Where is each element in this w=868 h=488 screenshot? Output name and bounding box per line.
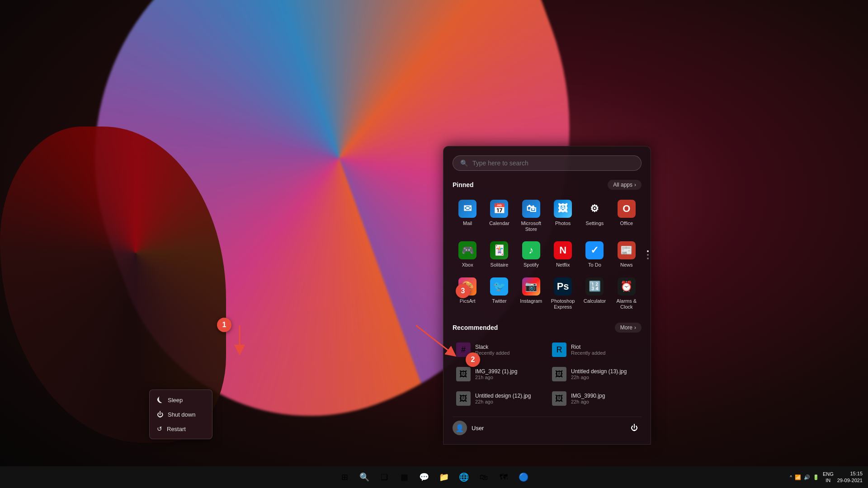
app-item-mail[interactable]: ✉ Mail <box>453 196 482 236</box>
user-info[interactable]: 👤 User <box>453 421 484 435</box>
app-icon-instagram: 📷 <box>522 277 540 296</box>
app-label-instagram: Instagram <box>520 298 542 304</box>
chevron-right-icon-2: › <box>634 324 636 331</box>
power-icon-sleep: ⏾ <box>157 396 163 404</box>
app-label-spotify: Spotify <box>524 262 539 268</box>
rec-text-img1: IMG_3992 (1).jpg 21h ago <box>475 368 517 380</box>
taskbar-icon-start[interactable]: ⊞ <box>335 468 354 486</box>
app-label-solitaire: Solitaire <box>491 262 509 268</box>
rec-icon-img1: 🖼 <box>456 367 471 381</box>
app-item-photoshop[interactable]: Ps Photoshop Express <box>548 274 578 314</box>
app-item-store[interactable]: 🛍 Microsoft Store <box>516 196 546 236</box>
taskbar-icon-task-view[interactable]: ❑ <box>375 468 393 486</box>
rec-text-img3990: IMG_3990.jpg 22h ago <box>571 393 605 404</box>
taskbar-language: ENGIN <box>823 471 834 484</box>
app-icon-calculator: 🔢 <box>585 277 604 296</box>
taskbar-icon-maps[interactable]: 🗺 <box>495 468 513 486</box>
app-label-photoshop: Photoshop Express <box>550 298 576 310</box>
app-label-settings: Settings <box>586 221 604 226</box>
pinned-header: Pinned All apps › <box>453 180 642 190</box>
recommended-title: Recommended <box>453 324 498 331</box>
app-item-settings[interactable]: ⚙ Settings <box>580 196 609 236</box>
power-menu-item-restart[interactable]: ↺ Restart <box>150 422 212 436</box>
app-icon-office: O <box>618 200 636 218</box>
taskbar-icon-store2[interactable]: 🛍 <box>475 468 493 486</box>
power-button[interactable]: ⏻ <box>627 421 642 435</box>
tray-chevron-icon[interactable]: ^ <box>790 475 792 480</box>
app-item-solitaire[interactable]: 🃏 Solitaire <box>484 238 514 272</box>
rec-icon-untitled13: 🖼 <box>552 367 566 381</box>
taskbar-tray: ^ 📶 🔊 🔋 <box>790 474 819 480</box>
app-item-instagram[interactable]: 📷 Instagram <box>516 274 546 314</box>
power-menu-item-shutdown[interactable]: ⏻ Shut down <box>150 407 212 422</box>
taskbar-icon-search[interactable]: 🔍 <box>355 468 373 486</box>
recommended-grid: # Slack Recently added R Riot Recently a… <box>453 339 642 409</box>
tray-battery-icon: 🔋 <box>813 474 819 480</box>
app-item-netflix[interactable]: N Netflix <box>548 238 578 272</box>
rec-name-img1: IMG_3992 (1).jpg <box>475 368 517 375</box>
taskbar: ⊞🔍❑▦💬📁🌐🛍🗺🔵 ^ 📶 🔊 🔋 ENGIN 15:15 29-09-202… <box>0 466 868 488</box>
rec-item-untitled13[interactable]: 🖼 Untitled design (13).jpg 22h ago <box>548 363 642 385</box>
app-label-alarms: Alarms & Clock <box>613 298 640 310</box>
annotation-3: 3 <box>456 284 470 298</box>
taskbar-clock[interactable]: 15:15 29-09-2021 <box>837 470 863 484</box>
taskbar-icon-chat[interactable]: 💬 <box>415 468 433 486</box>
power-label-restart: Restart <box>167 426 186 432</box>
power-menu-item-sleep[interactable]: ⏾ Sleep <box>150 393 212 407</box>
rec-time-slack: Recently added <box>475 350 509 356</box>
app-item-twitter[interactable]: 🐦 Twitter <box>484 274 514 314</box>
more-button[interactable]: More › <box>615 323 642 333</box>
app-icon-news: 📰 <box>618 241 636 259</box>
rec-text-untitled12: Untitled design (12).jpg 22h ago <box>475 393 531 404</box>
rec-name-slack: Slack <box>475 344 509 350</box>
app-item-alarms[interactable]: ⏰ Alarms & Clock <box>612 274 642 314</box>
app-label-news: News <box>620 262 633 268</box>
search-input[interactable] <box>472 160 634 167</box>
app-icon-calendar: 📅 <box>490 200 508 218</box>
rec-time-img1: 21h ago <box>475 375 517 380</box>
pinned-title: Pinned <box>453 181 474 188</box>
rec-item-img3990[interactable]: 🖼 IMG_3990.jpg 22h ago <box>548 388 642 409</box>
power-label-shutdown: Shut down <box>168 411 195 418</box>
rec-name-untitled12: Untitled design (12).jpg <box>475 393 531 399</box>
rec-text-untitled13: Untitled design (13).jpg 22h ago <box>571 368 627 380</box>
chevron-right-icon: › <box>634 182 636 188</box>
rec-item-img1[interactable]: 🖼 IMG_3992 (1).jpg 21h ago <box>453 363 546 385</box>
recommended-header: Recommended More › <box>453 323 642 333</box>
taskbar-icon-explorer[interactable]: 📁 <box>435 468 453 486</box>
app-label-netflix: Netflix <box>556 262 570 268</box>
taskbar-icon-browser[interactable]: 🌐 <box>455 468 473 486</box>
app-item-photos[interactable]: 🖼 Photos <box>548 196 578 236</box>
search-bar[interactable]: 🔍 <box>453 155 642 171</box>
app-item-calendar[interactable]: 📅 Calendar <box>484 196 514 236</box>
app-label-calendar: Calendar <box>489 221 509 226</box>
power-context-menu: ⏾ Sleep ⏻ Shut down ↺ Restart <box>149 389 212 439</box>
scroll-indicator <box>647 250 649 259</box>
app-icon-twitter: 🐦 <box>490 277 508 296</box>
app-item-todo[interactable]: ✓ To Do <box>580 238 609 272</box>
app-item-office[interactable]: O Office <box>612 196 642 236</box>
taskbar-right: ^ 📶 🔊 🔋 ENGIN 15:15 29-09-2021 <box>790 470 868 484</box>
app-item-xbox[interactable]: 🎮 Xbox <box>453 238 482 272</box>
taskbar-icon-widgets[interactable]: ▦ <box>395 468 413 486</box>
tray-volume-icon: 🔊 <box>804 474 810 480</box>
app-item-calculator[interactable]: 🔢 Calculator <box>580 274 609 314</box>
user-power-row: 👤 User ⏻ <box>453 417 642 435</box>
all-apps-button[interactable]: All apps › <box>608 180 642 190</box>
scroll-dot-3 <box>647 258 649 259</box>
taskbar-icon-chrome[interactable]: 🔵 <box>514 468 533 486</box>
app-item-spotify[interactable]: ♪ Spotify <box>516 238 546 272</box>
rec-icon-untitled12: 🖼 <box>456 391 471 406</box>
rec-time-untitled13: 22h ago <box>571 375 627 380</box>
rec-icon-img3990: 🖼 <box>552 391 566 406</box>
app-icon-photos: 🖼 <box>554 200 572 218</box>
app-item-news[interactable]: 📰 News <box>612 238 642 272</box>
rec-text-riot: Riot Recently added <box>571 344 605 356</box>
rec-item-untitled12[interactable]: 🖼 Untitled design (12).jpg 22h ago <box>453 388 546 409</box>
app-icon-mail: ✉ <box>458 200 476 218</box>
scroll-dot-2 <box>647 254 649 256</box>
annotation-1: 1 <box>217 318 231 332</box>
rec-icon-riot: R <box>552 343 566 357</box>
rec-item-riot[interactable]: R Riot Recently added <box>548 339 642 361</box>
app-icon-store: 🛍 <box>522 200 540 218</box>
